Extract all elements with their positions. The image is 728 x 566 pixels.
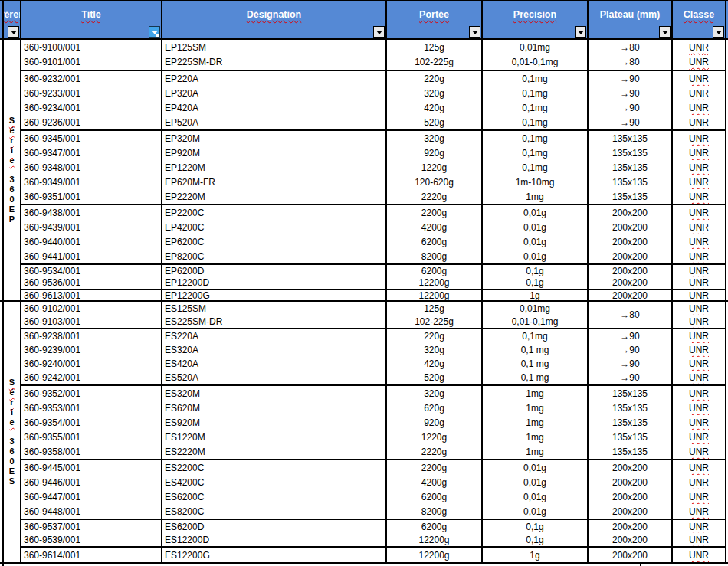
cell-reference[interactable]: 360-9345/001 — [21, 131, 162, 146]
cell-plateau[interactable]: 135x135 — [589, 146, 673, 160]
cell-classe[interactable]: UNR — [673, 277, 726, 290]
cell-classe[interactable]: UNR — [673, 460, 726, 475]
cell-precision[interactable]: 0,1mg — [483, 131, 589, 146]
cell-portee[interactable]: 6200g — [387, 265, 483, 277]
cell-portee[interactable]: 2220g — [387, 444, 483, 459]
filter-dropdown-button[interactable] — [469, 26, 480, 38]
cell-reference[interactable]: 360-9448/001 — [21, 504, 162, 519]
cell-reference[interactable]: 360-9354/001 — [21, 415, 162, 430]
cell-designation[interactable]: EP4200C — [162, 220, 387, 234]
cell-plateau[interactable]: →90 — [589, 115, 673, 129]
cell-classe[interactable]: UNR — [673, 115, 726, 129]
cell-portee[interactable]: 4200g — [387, 475, 483, 489]
cell-plateau[interactable]: 200x200 — [589, 220, 673, 234]
cell-portee[interactable]: 4200g — [387, 220, 483, 234]
cell-portee[interactable]: 8200g — [387, 504, 483, 519]
cell-classe[interactable]: UNR — [673, 329, 726, 343]
cell-reference[interactable]: 360-9355/001 — [21, 430, 162, 444]
filter-dropdown-button[interactable] — [659, 26, 671, 38]
cell-precision[interactable]: 0,01mg — [483, 40, 589, 55]
cell-reference[interactable]: 360-9539/001 — [21, 533, 162, 546]
cell-precision[interactable]: 0,01g — [483, 234, 589, 249]
cell-classe[interactable]: UNR — [673, 489, 726, 504]
cell-portee[interactable]: 120-620g — [387, 175, 483, 189]
cell-classe[interactable]: UNR — [673, 302, 726, 315]
cell-plateau[interactable]: 200x200 — [589, 548, 673, 562]
cell-reference[interactable]: 360-9351/001 — [21, 189, 162, 204]
cell-portee[interactable]: 420g — [387, 357, 483, 371]
cell-precision[interactable]: 0,1g — [483, 533, 589, 546]
cell-reference[interactable]: 360-9234/001 — [21, 100, 162, 115]
cell-designation[interactable]: EP2220M — [162, 189, 387, 204]
cell-portee[interactable]: 320g — [387, 131, 483, 146]
cell-classe[interactable]: UNR — [673, 520, 726, 533]
cell-plateau[interactable]: 135x135 — [589, 430, 673, 444]
cell-designation[interactable]: ES520A — [162, 371, 387, 384]
cell-designation[interactable]: ES2220M — [162, 444, 387, 459]
cell-portee[interactable]: 8200g — [387, 249, 483, 263]
cell-reference[interactable]: 360-9348/001 — [21, 160, 162, 175]
cell-classe[interactable]: UNR — [673, 55, 726, 70]
cell-plateau-merged[interactable]: →80 — [589, 302, 671, 328]
cell-designation[interactable]: ES12200D — [162, 533, 387, 546]
cell-plateau[interactable]: →90 — [589, 357, 673, 371]
cell-plateau[interactable]: 135x135 — [589, 131, 673, 146]
cell-plateau[interactable]: 200x200 — [589, 249, 673, 263]
cell-plateau[interactable]: 200x200 — [589, 277, 673, 290]
cell-designation[interactable]: EP320A — [162, 86, 387, 100]
cell-reference[interactable]: 360-9103/001 — [21, 315, 162, 328]
cell-designation[interactable]: EP2200C — [162, 205, 387, 220]
cell-classe[interactable]: UNR — [673, 343, 726, 357]
cell-designation[interactable]: ES225SM-DR — [162, 315, 387, 328]
cell-classe[interactable]: UNR — [673, 444, 726, 459]
cell-reference[interactable]: 360-9353/001 — [21, 401, 162, 415]
cell-classe[interactable]: UNR — [673, 357, 726, 371]
cell-designation[interactable]: EP920M — [162, 146, 387, 160]
cell-reference[interactable]: 360-9537/001 — [21, 520, 162, 533]
cell-portee[interactable]: 102-225g — [387, 315, 483, 328]
cell-reference[interactable]: 360-9239/001 — [21, 343, 162, 357]
cell-classe[interactable]: UNR — [673, 86, 726, 100]
cell-designation[interactable]: EP520A — [162, 115, 387, 129]
cell-reference[interactable]: 360-9358/001 — [21, 444, 162, 459]
cell-precision[interactable]: 0,01mg — [483, 302, 589, 315]
cell-portee[interactable]: 920g — [387, 146, 483, 160]
cell-classe[interactable]: UNR — [673, 189, 726, 204]
cell-designation[interactable]: ES220A — [162, 329, 387, 343]
cell-reference[interactable]: 360-9232/001 — [21, 71, 162, 86]
cell-plateau[interactable]: →90 — [589, 343, 673, 357]
cell-classe[interactable]: UNR — [673, 175, 726, 189]
cell-classe[interactable]: UNR — [673, 401, 726, 415]
cell-precision[interactable]: 0,1mg — [483, 146, 589, 160]
cell-designation[interactable]: EP12200G — [162, 290, 387, 300]
cell-plateau[interactable]: 200x200 — [589, 533, 673, 546]
cell-classe[interactable]: UNR — [673, 265, 726, 277]
cell-designation[interactable]: EP125SM — [162, 40, 387, 55]
cell-classe[interactable]: UNR — [673, 131, 726, 146]
cell-portee[interactable]: 520g — [387, 115, 483, 129]
cell-portee[interactable]: 6200g — [387, 234, 483, 249]
cell-portee[interactable]: 1220g — [387, 430, 483, 444]
cell-portee[interactable]: 12200g — [387, 548, 483, 562]
cell-designation[interactable]: EP620M-FR — [162, 175, 387, 189]
cell-portee[interactable]: 2220g — [387, 189, 483, 204]
series-label-cell[interactable]: Série360ES — [4, 302, 21, 562]
cell-reference[interactable]: 360-9100/001 — [21, 40, 162, 55]
cell-classe[interactable]: UNR — [673, 430, 726, 444]
cell-classe[interactable]: UNR — [673, 249, 726, 263]
cell-portee[interactable]: 920g — [387, 415, 483, 430]
cell-designation[interactable]: ES1220M — [162, 430, 387, 444]
cell-portee[interactable]: 125g — [387, 302, 483, 315]
cell-precision[interactable]: 0,1 mg — [483, 343, 589, 357]
cell-precision[interactable]: 0,1mg — [483, 115, 589, 129]
cell-reference[interactable]: 360-9238/001 — [21, 329, 162, 343]
cell-plateau[interactable]: 135x135 — [589, 401, 673, 415]
cell-precision[interactable]: 0,1g — [483, 265, 589, 277]
cell-designation[interactable]: EP225SM-DR — [162, 55, 387, 70]
cell-designation[interactable]: EP1220M — [162, 160, 387, 175]
cell-plateau[interactable]: →80 — [589, 40, 673, 55]
cell-classe[interactable]: UNR — [673, 475, 726, 489]
filter-dropdown-button[interactable] — [8, 26, 19, 38]
cell-plateau[interactable]: →80 — [589, 55, 673, 70]
cell-plateau[interactable]: →90 — [589, 329, 673, 343]
